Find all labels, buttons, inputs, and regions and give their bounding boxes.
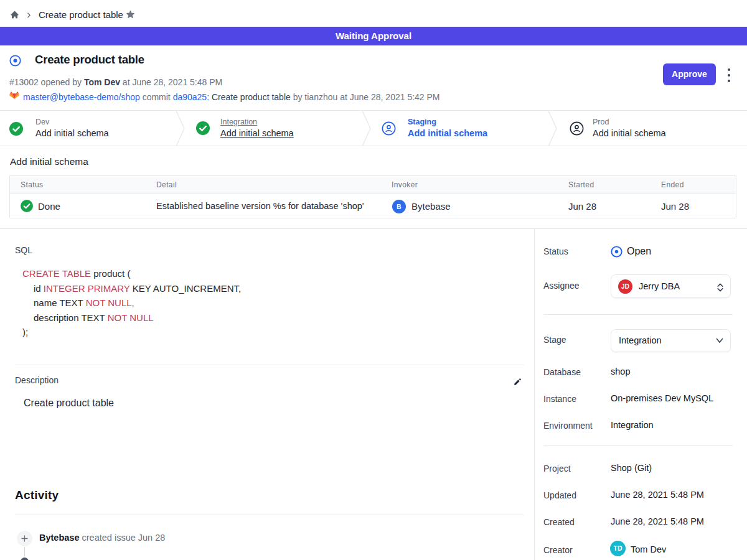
svg-text:B: B (397, 203, 401, 210)
